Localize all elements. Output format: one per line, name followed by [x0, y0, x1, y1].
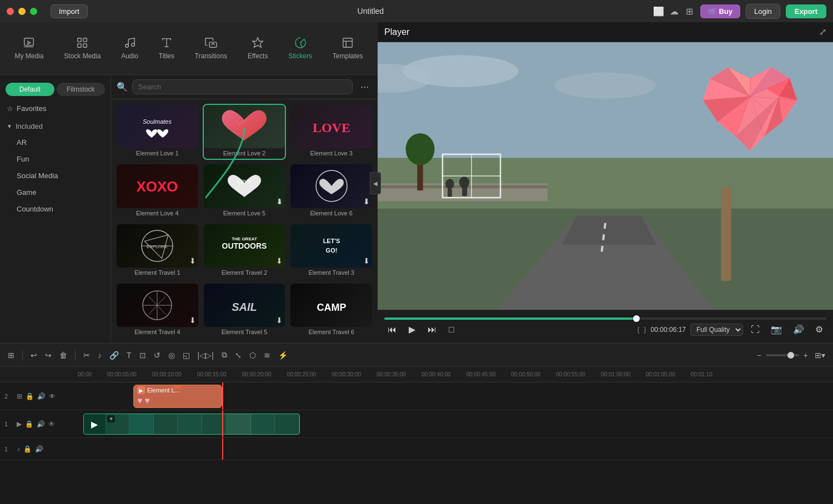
tab-default[interactable]: Default	[6, 83, 54, 96]
import-button[interactable]: Import	[51, 4, 88, 18]
settings-button[interactable]: ⚙	[812, 323, 826, 336]
link-button[interactable]: 🔗	[107, 349, 121, 362]
more-options-button[interactable]: ···	[357, 81, 372, 93]
text-button[interactable]: T	[124, 349, 134, 362]
effects-button[interactable]: ⬡	[247, 349, 258, 362]
sticker-clip[interactable]: ✂ ▶ Element L... ♥ ♥	[133, 385, 222, 408]
loop-button[interactable]: □	[445, 324, 458, 336]
key-button[interactable]: ◱	[180, 349, 192, 362]
undo-button[interactable]: ↩	[28, 349, 39, 362]
sticker-thumb-9: LET'SGO! ⬇	[290, 224, 372, 268]
sidebar-item-countdown[interactable]: Countdown	[3, 201, 107, 217]
search-input[interactable]	[132, 79, 353, 94]
export-button[interactable]: Export	[786, 4, 826, 18]
audio-effects-button[interactable]: ≋	[262, 349, 273, 362]
scale-button[interactable]: ⤡	[233, 349, 244, 362]
sidebar-item-game[interactable]: Game	[3, 184, 107, 200]
toolbar-item-stickers[interactable]: Stickers	[282, 33, 319, 63]
quality-select[interactable]: Full Quality	[690, 324, 743, 336]
tab-filmstock[interactable]: Filmstock	[57, 83, 106, 96]
svg-rect-44	[462, 187, 467, 196]
rotate-left-button[interactable]: ↺	[152, 349, 163, 362]
svg-text:XOXO: XOXO	[137, 178, 178, 195]
sticker-item-2[interactable]: Element Love 2	[203, 104, 287, 160]
sticker-item-1[interactable]: Soulmates Element Love 1	[116, 104, 199, 160]
audio-icon[interactable]: 🔊	[37, 392, 46, 400]
audio-track-icon[interactable]: ♪	[17, 445, 20, 453]
crop-button[interactable]: ⊡	[137, 349, 148, 362]
video-track-icon[interactable]: ▶	[17, 420, 22, 428]
heart-icon-1: ♥	[137, 396, 143, 406]
sticker-item-12[interactable]: CAMP Element Travel 6	[289, 283, 373, 339]
redo-button[interactable]: ↪	[43, 349, 54, 362]
audio-split-button[interactable]: ♪	[96, 349, 104, 362]
delete-button[interactable]: 🗑	[57, 349, 69, 362]
svg-rect-42	[448, 188, 452, 197]
zoom-out-button[interactable]: −	[755, 349, 764, 362]
volume-button[interactable]: 🔊	[790, 323, 807, 336]
monitor-icon[interactable]: ⬜	[654, 6, 664, 16]
sticker-item-8[interactable]: THE GREATOUTDOORS ⬇ Element Travel 2	[203, 223, 287, 279]
sticker-item-4[interactable]: XOXO Element Love 4	[116, 163, 199, 219]
svg-text:Soulmates: Soulmates	[143, 118, 172, 125]
cart-icon: 🛒	[708, 7, 717, 16]
toolbar-item-effects[interactable]: Effects	[241, 33, 274, 63]
split-button[interactable]: |◁▷|	[195, 349, 216, 362]
traffic-light-minimize[interactable]	[18, 8, 26, 15]
video-clip[interactable]: ▶	[83, 414, 300, 435]
buy-button[interactable]: 🛒 Buy	[700, 4, 740, 18]
fullscreen-button[interactable]: ⛶	[747, 324, 763, 336]
sticker-item-3[interactable]: LOVE Element Love 3	[289, 104, 373, 160]
step-back-button[interactable]: ⏮	[384, 324, 400, 336]
eye-icon[interactable]: 👁	[48, 420, 55, 428]
toolbar-item-transitions[interactable]: Transitions	[188, 33, 234, 63]
sidebar-item-fun[interactable]: Fun	[3, 151, 107, 167]
screenshot-button[interactable]: 📷	[767, 323, 785, 336]
audio-icon[interactable]: 🔊	[35, 445, 43, 453]
login-button[interactable]: Login	[746, 4, 780, 19]
toolbar-item-stock-media[interactable]: Stock Media	[57, 33, 107, 63]
traffic-light-maximize[interactable]	[30, 8, 37, 15]
sidebar-item-favorites[interactable]: ☆ Favorites	[0, 100, 111, 117]
sticker-item-7[interactable]: EXPLORE ⬇ Element Travel 1	[116, 223, 199, 279]
add-track-icon[interactable]: ⊞	[17, 392, 22, 400]
sticker-item-10[interactable]: ⬇ Element Travel 4	[116, 283, 199, 339]
player-label: Player	[384, 27, 409, 37]
track-controls-sticker: 2 ⊞ 🔒 🔊 👁	[0, 392, 78, 400]
sidebar-item-ar[interactable]: AR	[3, 134, 107, 150]
progress-fill	[384, 317, 636, 320]
toolbar-item-audio[interactable]: Audio	[114, 33, 145, 63]
layout-icon[interactable]: ⊞	[685, 6, 695, 16]
toolbar-item-titles[interactable]: Titles	[152, 33, 181, 63]
chevron-left-icon: ◀	[373, 180, 378, 187]
step-forward-button[interactable]: ⏭	[424, 324, 440, 336]
sticker-item-5[interactable]: Love⬇ ⬇ Element Love 5	[203, 163, 287, 219]
traffic-light-close[interactable]	[7, 8, 14, 15]
lock-icon[interactable]: 🔒	[23, 445, 32, 453]
pip-button[interactable]: ⧉	[219, 348, 229, 362]
lock-icon[interactable]: 🔒	[25, 420, 33, 428]
player-fullscreen-icon[interactable]: ⤢	[819, 27, 826, 37]
sidebar-item-social-media[interactable]: Social Media	[3, 168, 107, 184]
play-button[interactable]: ▶	[405, 323, 419, 336]
audio-icon[interactable]: 🔊	[37, 420, 45, 428]
progress-bar[interactable]	[384, 317, 826, 320]
sticker-item-6[interactable]: ⬇ ⬇ Element Love 6	[289, 163, 373, 219]
sticker-item-9[interactable]: LET'SGO! ⬇ Element Travel 3	[289, 223, 373, 279]
section-included-header[interactable]: ▼ Included	[0, 119, 111, 134]
zoom-in-button[interactable]: +	[801, 349, 810, 362]
lock-icon[interactable]: 🔒	[26, 392, 34, 400]
toolbar-item-templates[interactable]: Templates	[326, 33, 370, 63]
speed-button[interactable]: ⚡	[276, 349, 290, 362]
layout-options-button[interactable]: ⊞▾	[812, 349, 827, 362]
video-frame	[154, 414, 178, 434]
eye-icon[interactable]: 👁	[49, 392, 56, 400]
layout-toggle-button[interactable]: ⊞	[6, 349, 17, 362]
cut-button[interactable]: ✂	[81, 349, 92, 362]
zoom-slider[interactable]	[766, 354, 799, 356]
toolbar-item-my-media[interactable]: My Media	[8, 33, 50, 63]
color-button[interactable]: ◎	[166, 349, 177, 362]
sticker-item-11[interactable]: SAIL ⬇ Element Travel 5	[203, 283, 287, 339]
cloud-upload-icon[interactable]: ☁	[669, 6, 679, 16]
panel-collapse-button[interactable]: ◀	[370, 172, 381, 194]
